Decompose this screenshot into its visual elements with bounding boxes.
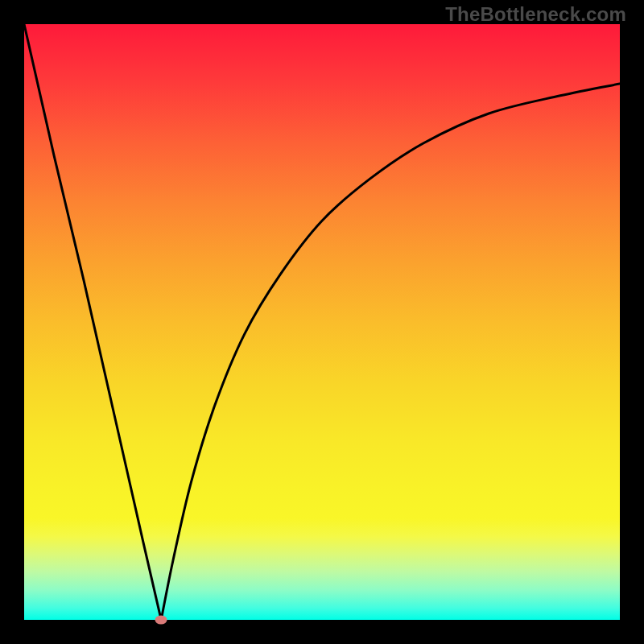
chart-wrapper: TheBottleneck.com: [0, 0, 644, 644]
vertex-marker: [155, 616, 167, 625]
plot-svg: [24, 24, 620, 620]
plot-area: [24, 24, 620, 620]
curve-path: [24, 24, 620, 620]
watermark-text: TheBottleneck.com: [445, 3, 626, 26]
